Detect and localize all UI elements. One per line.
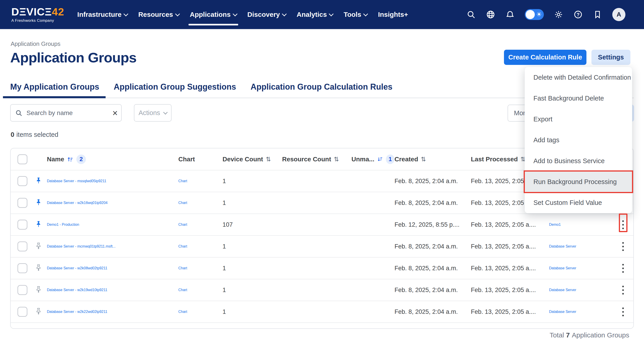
- clear-search-icon[interactable]: ×: [112, 108, 118, 117]
- row-menu-button[interactable]: [620, 240, 626, 253]
- pin-icon[interactable]: [35, 199, 42, 207]
- search-icon[interactable]: [466, 10, 476, 19]
- row-checkbox[interactable]: [18, 176, 28, 186]
- search-box: ×: [10, 104, 122, 122]
- chart-link[interactable]: Chart: [178, 288, 187, 292]
- menu-item-fast-background-delete[interactable]: Fast Background Delete: [525, 88, 632, 109]
- chart-link[interactable]: Chart: [178, 244, 187, 248]
- group-name-link[interactable]: Demo1 - Production: [47, 223, 79, 227]
- pin-icon[interactable]: [35, 242, 42, 251]
- breadcrumb[interactable]: Application Groups: [11, 40, 60, 47]
- group-name-link[interactable]: Database Server - w2k22wd02tp9211: [47, 310, 108, 314]
- nav-item-tools[interactable]: Tools: [344, 8, 367, 21]
- column-header-resource-count[interactable]: Resource Count ⇅: [282, 156, 352, 163]
- menu-item-export[interactable]: Export: [525, 109, 632, 130]
- row-checkbox[interactable]: [18, 307, 28, 317]
- menu-item-delete-detailed[interactable]: Delete with Detailed Confirmation: [525, 67, 632, 88]
- sort-icon: ⇅: [421, 156, 426, 163]
- row-checkbox[interactable]: [18, 285, 28, 295]
- chevron-down-icon: [363, 11, 368, 16]
- logo-accent-text: 42: [52, 6, 64, 18]
- nav-item-applications[interactable]: Applications: [190, 8, 237, 21]
- menu-item-run-background-processing[interactable]: Run Background Processing: [525, 171, 632, 192]
- chart-link[interactable]: Chart: [178, 223, 187, 227]
- row-menu-button[interactable]: [620, 218, 626, 231]
- chart-link[interactable]: Chart: [178, 201, 187, 205]
- settings-button[interactable]: Settings: [592, 50, 630, 65]
- sort-priority-badge: 1: [386, 154, 394, 164]
- column-header-chart: Chart: [178, 156, 222, 163]
- column-label: Chart: [178, 156, 195, 163]
- selection-status: 0 items selected: [11, 131, 58, 138]
- nav-item-infrastructure[interactable]: Infrastructure: [77, 8, 128, 21]
- chevron-down-icon: [163, 110, 168, 115]
- pin-icon[interactable]: [35, 264, 42, 273]
- device-count: 107: [222, 221, 282, 228]
- last-processed-date: Feb. 13, 2025, 2:05 a....: [471, 221, 549, 228]
- business-service-link[interactable]: Demo1: [549, 223, 561, 227]
- search-input[interactable]: [26, 109, 109, 117]
- column-label: Unma...: [352, 156, 374, 163]
- group-name-link[interactable]: Database Server - w2k16wq01tp9204: [47, 201, 108, 205]
- business-service-link[interactable]: Database Server: [549, 310, 576, 314]
- business-service-link[interactable]: Database Server: [549, 288, 576, 292]
- sort-ascending-icon: [67, 156, 74, 163]
- bookmark-icon[interactable]: [593, 10, 602, 19]
- table-row: Database Server - w2k19wd10tp9211 Chart …: [11, 279, 633, 301]
- row-checkbox[interactable]: [18, 198, 28, 208]
- group-name-link[interactable]: Database Server - mcmwq01tp9211.msft...: [47, 244, 116, 248]
- nav-item-discovery[interactable]: Discovery: [248, 8, 286, 21]
- main-nav-menu: Infrastructure Resources Applications Di…: [77, 8, 408, 21]
- nav-item-label: Infrastructure: [77, 11, 122, 18]
- tab-my-application-groups[interactable]: My Application Groups: [10, 82, 99, 92]
- column-header-unmatched[interactable]: Unma... 1: [352, 154, 394, 164]
- nav-item-resources[interactable]: Resources: [138, 8, 179, 21]
- notifications-bell-icon[interactable]: [505, 10, 515, 19]
- nav-item-label: Insights+: [378, 11, 408, 18]
- globe-icon[interactable]: [486, 10, 495, 19]
- business-service-link[interactable]: Database Server: [549, 244, 576, 248]
- chart-link[interactable]: Chart: [178, 310, 187, 314]
- tab-application-group-calculation-rules[interactable]: Application Group Calculation Rules: [250, 82, 392, 92]
- theme-toggle[interactable]: ☀: [525, 9, 544, 20]
- create-calculation-rule-button[interactable]: Create Calculation Rule: [504, 50, 586, 65]
- pin-icon[interactable]: [35, 220, 42, 229]
- device-count: 1: [222, 200, 282, 207]
- device42-logo[interactable]: DΞVICΞ42 A Freshworks Company: [11, 6, 64, 23]
- actions-dropdown-button[interactable]: Actions: [134, 104, 172, 122]
- business-service-link[interactable]: Database Server: [549, 266, 576, 270]
- chevron-down-icon: [329, 11, 334, 16]
- row-menu-button[interactable]: [620, 305, 626, 318]
- help-icon[interactable]: ?: [573, 10, 583, 19]
- row-checkbox[interactable]: [18, 241, 28, 251]
- created-date: Feb. 8, 2025, 2:04 a.m.: [394, 308, 471, 315]
- column-header-created[interactable]: Created ⇅: [394, 156, 471, 163]
- select-all-checkbox[interactable]: [18, 154, 28, 164]
- menu-item-set-custom-field-value[interactable]: Set Custom Field Value: [525, 192, 632, 213]
- group-name-link[interactable]: Database Server - w2k19wd10tp9211: [47, 288, 108, 292]
- chart-link[interactable]: Chart: [178, 179, 187, 183]
- row-checkbox[interactable]: [18, 263, 28, 273]
- nav-item-insights[interactable]: Insights+: [378, 8, 408, 21]
- row-checkbox[interactable]: [18, 220, 28, 230]
- column-header-device-count[interactable]: Device Count ⇅: [222, 156, 282, 163]
- nav-item-analytics[interactable]: Analytics: [296, 8, 333, 21]
- menu-item-add-tags[interactable]: Add tags: [525, 130, 632, 150]
- settings-context-menu: Delete with Detailed Confirmation Fast B…: [524, 67, 632, 213]
- pin-icon[interactable]: [35, 177, 42, 185]
- row-menu-button[interactable]: [620, 262, 626, 275]
- sun-icon: ☀: [536, 11, 542, 18]
- pin-icon[interactable]: [35, 307, 42, 316]
- selected-count: 0: [11, 131, 14, 138]
- toggle-knob: [526, 10, 535, 19]
- user-avatar[interactable]: A: [612, 8, 626, 21]
- settings-gear-icon[interactable]: [554, 10, 563, 19]
- pin-icon[interactable]: [35, 286, 42, 294]
- menu-item-add-to-business-service[interactable]: Add to Business Service: [525, 150, 632, 171]
- column-header-name[interactable]: Name 2: [47, 154, 178, 164]
- group-name-link[interactable]: Database Server - mssqlwd05tp9211: [47, 179, 106, 183]
- tab-application-group-suggestions[interactable]: Application Group Suggestions: [114, 82, 236, 92]
- row-menu-button[interactable]: [620, 283, 626, 297]
- chart-link[interactable]: Chart: [178, 266, 187, 270]
- group-name-link[interactable]: Database Server - w2k08wd02tp9211: [47, 266, 108, 270]
